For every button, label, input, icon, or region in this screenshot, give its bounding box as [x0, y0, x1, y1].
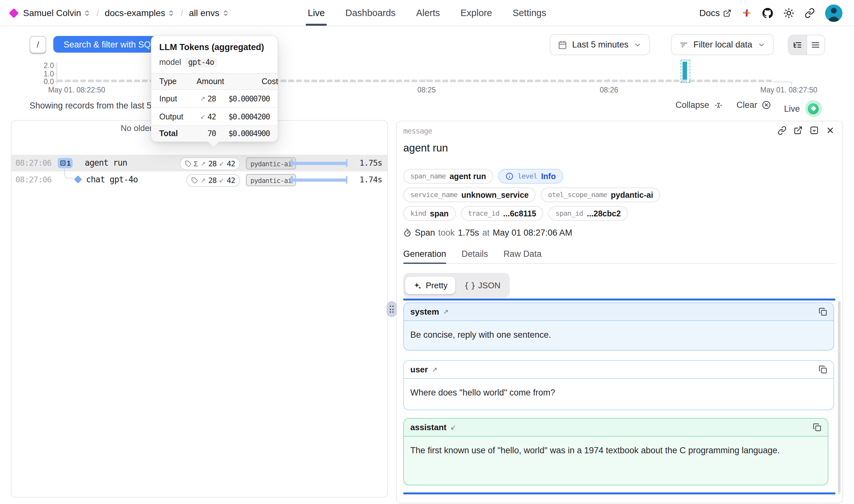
row-type: Input: [159, 94, 197, 103]
copy-icon: [813, 423, 821, 431]
y-tick: 2.0: [37, 61, 54, 69]
nav-alerts[interactable]: Alerts: [416, 0, 440, 26]
docs-link[interactable]: Docs: [699, 8, 731, 18]
filter-value: Filter local data: [693, 40, 752, 50]
pill-value: unknown_service: [461, 191, 529, 199]
pill-key: trace_id: [468, 209, 499, 218]
stopwatch-icon: [403, 229, 412, 237]
model-value: gpt-4o: [185, 57, 217, 67]
level-pill[interactable]: level Info: [498, 169, 563, 184]
json-toggle-button[interactable]: { } JSON: [456, 277, 508, 294]
scope-tag[interactable]: pydantic-ai: [246, 157, 296, 169]
top-header: Samuel Colvin / docs-examples / all envs…: [0, 0, 854, 26]
clear-button[interactable]: Clear: [737, 100, 771, 110]
nav-explore[interactable]: Explore: [460, 0, 492, 26]
input-tokens-icon: ↗: [201, 177, 206, 184]
copy-button[interactable]: [813, 423, 821, 431]
open-external-icon[interactable]: [794, 126, 803, 135]
service-name-pill[interactable]: service_name unknown_service: [403, 187, 536, 202]
duration-bar: [291, 176, 347, 184]
clear-label: Clear: [737, 100, 757, 110]
span-duration: 1.75s: [458, 228, 479, 237]
span-name-pill[interactable]: span_name agent run: [403, 169, 493, 184]
y-tickmark: [54, 66, 56, 66]
span-timestamp: May 01 08:27:06 AM: [493, 228, 573, 237]
share-link-icon[interactable]: [804, 8, 815, 18]
kind-pill[interactable]: kind span: [403, 206, 456, 221]
x-axis-end-tick: [791, 82, 792, 86]
tooltip-table-header: Type Amount Cost: [151, 73, 277, 90]
tree-connector: [64, 167, 74, 179]
json-label: JSON: [478, 281, 500, 290]
flat-list-view-button[interactable]: [806, 35, 824, 55]
filter-local-data-select[interactable]: Filter local data: [671, 34, 774, 55]
trace-row-chat-gpt4o[interactable]: 08:27:06 chat gpt-4o ↗28 ↙42 pydantic-ai…: [12, 172, 387, 188]
info-icon: [505, 172, 514, 180]
pretty-toggle-button[interactable]: Pretty: [405, 277, 455, 294]
pill-value: span: [430, 209, 449, 218]
token-usage-pill[interactable]: ↗28 ↙42: [186, 174, 240, 186]
collapse-button[interactable]: Collapse: [675, 100, 723, 110]
span-id-pill[interactable]: span_id ...28cbc2: [548, 206, 628, 221]
detail-tabs: Generation Details Raw Data: [403, 245, 835, 264]
user-avatar[interactable]: [825, 4, 842, 21]
chart-bar[interactable]: [683, 61, 687, 79]
pill-value: pydantic-ai: [611, 191, 653, 199]
pill-key: otel_scope_name: [548, 191, 607, 199]
input-direction-icon: ↗: [443, 307, 449, 315]
tab-details[interactable]: Details: [462, 245, 488, 263]
message-header: user ↗: [404, 361, 833, 379]
trace-list-panel: No older records 08:27:06 1 agent run Σ …: [11, 120, 388, 498]
x-tickmark: [608, 78, 609, 82]
trace-id-pill[interactable]: trace_id ...6c8115: [461, 206, 543, 221]
tooltip-row-input: Input ↗28 $0.0000700: [151, 90, 277, 108]
list-icon: [811, 40, 820, 50]
output-tokens-icon: ↙: [219, 160, 224, 167]
close-icon[interactable]: [826, 126, 835, 135]
time-range-select[interactable]: Last 5 minutes: [550, 34, 650, 55]
search-filter-button[interactable]: Search & filter with SQL: [53, 36, 166, 53]
message-text: Be concise, reply with one sentence.: [404, 321, 833, 349]
x-tick: 08:26: [600, 86, 618, 94]
message-header: assistant ↙: [404, 419, 828, 437]
message-role: assistant: [410, 422, 447, 432]
tab-raw-data[interactable]: Raw Data: [504, 245, 542, 263]
scrollbar-thumb[interactable]: [838, 301, 840, 494]
live-toggle[interactable]: [805, 100, 822, 117]
otel-scope-pill[interactable]: otel_scope_name pydantic-ai: [541, 187, 660, 202]
x-tickmark: [426, 78, 426, 82]
copy-link-icon[interactable]: [778, 126, 786, 135]
theme-sun-icon[interactable]: [783, 7, 794, 18]
slash-shortcut-key[interactable]: /: [30, 36, 46, 53]
slack-icon[interactable]: [742, 8, 752, 18]
tree-view-button[interactable]: [788, 35, 806, 55]
collapse-vertical-icon: [714, 101, 723, 109]
copy-button[interactable]: [819, 308, 827, 316]
col-type: Type: [159, 77, 197, 86]
nav-dashboards[interactable]: Dashboards: [345, 0, 396, 26]
content-divider-bottom: [403, 492, 835, 494]
dock-panel-icon[interactable]: [810, 126, 819, 135]
pill-value: ...6c8115: [503, 209, 536, 218]
render-mode-toggle: Pretty { } JSON: [403, 273, 510, 298]
scope-tag[interactable]: pydantic-ai: [246, 174, 296, 186]
copy-button[interactable]: [819, 365, 827, 374]
token-usage-pill[interactable]: Σ ↗28 ↙42: [180, 157, 240, 170]
attribute-pills-row: span_name agent run level Info: [403, 169, 563, 184]
pill-key: span_id: [556, 209, 583, 218]
col-cost: Cost: [224, 77, 278, 86]
detail-panel-actions: [778, 126, 835, 135]
live-toggle-group: Live: [784, 100, 822, 117]
tag-icon: [185, 160, 191, 167]
input-tokens-icon: ↗: [201, 160, 206, 167]
header-actions: Docs: [699, 0, 842, 26]
duration-bar: [291, 159, 347, 167]
tab-generation[interactable]: Generation: [403, 245, 446, 263]
input-tokens: 28: [208, 159, 217, 168]
pill-key: level: [517, 172, 537, 180]
github-icon[interactable]: [762, 7, 773, 18]
nav-live[interactable]: Live: [308, 0, 325, 26]
input-direction-icon: ↗: [432, 365, 438, 373]
nav-settings[interactable]: Settings: [513, 0, 546, 26]
panel-resize-handle[interactable]: [386, 301, 397, 317]
